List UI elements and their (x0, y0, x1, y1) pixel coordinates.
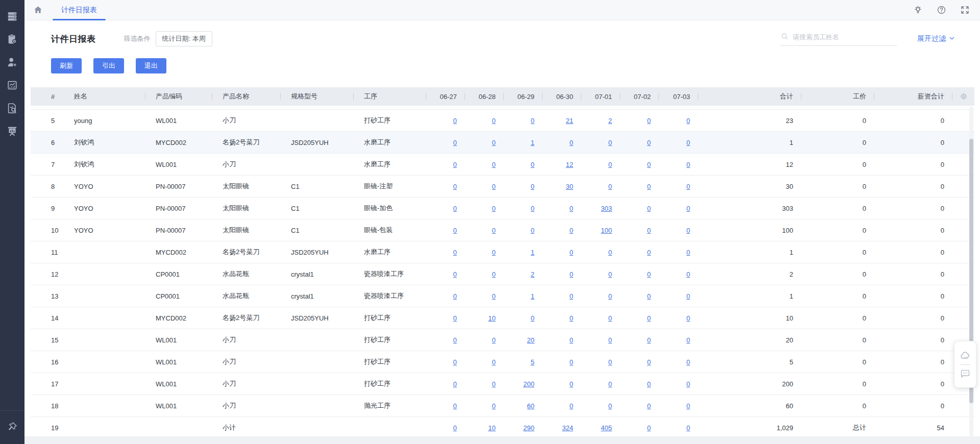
cell-day-06-30-link[interactable]: 0 (570, 336, 573, 344)
cell-day-06-30-link[interactable]: 0 (570, 249, 573, 256)
cell-day-06-28-link[interactable]: 0 (492, 380, 496, 388)
horizontal-scrollbar-track[interactable] (24, 436, 980, 444)
exit-button[interactable]: 退出 (136, 58, 166, 73)
cell-day-06-28-link[interactable]: 0 (492, 117, 496, 125)
cell-day-06-30-link[interactable]: 0 (570, 314, 573, 322)
cell-day-06-30-link[interactable]: 0 (570, 139, 573, 146)
cell-day-06-30-link[interactable]: 0 (570, 292, 573, 300)
cell-day-07-02-link[interactable]: 0 (647, 336, 651, 344)
employee-search-box[interactable] (780, 32, 897, 46)
cell-day-06-28-link[interactable]: 0 (492, 292, 496, 300)
cell-day-07-02-link[interactable]: 0 (647, 402, 651, 410)
cell-day-07-01-link[interactable]: 0 (608, 314, 612, 322)
cell-day-07-02-link[interactable]: 0 (647, 183, 651, 190)
server-rack-icon[interactable] (0, 5, 24, 28)
export-button[interactable]: 引出 (93, 58, 124, 73)
cell-day-07-03-link[interactable]: 0 (687, 424, 690, 432)
cell-day-07-03-link[interactable]: 0 (687, 161, 690, 168)
cell-day-06-29-link[interactable]: 0 (531, 314, 534, 322)
column-settings-gear-icon[interactable] (952, 87, 974, 106)
cell-day-07-02-link[interactable]: 0 (647, 292, 651, 300)
user-settings-icon[interactable] (0, 51, 24, 73)
cell-day-06-29-link[interactable]: 200 (523, 380, 534, 388)
cell-day-06-27-link[interactable]: 0 (453, 227, 457, 234)
cell-day-07-02-link[interactable]: 0 (647, 358, 651, 366)
cell-day-07-02-link[interactable]: 0 (647, 117, 651, 125)
cell-day-07-03-link[interactable]: 0 (687, 139, 690, 146)
cell-day-07-01-link[interactable]: 0 (608, 139, 612, 146)
cell-day-06-27-link[interactable]: 0 (453, 336, 457, 344)
cell-day-07-03-link[interactable]: 0 (687, 117, 690, 125)
cell-day-07-01-link[interactable]: 0 (608, 402, 612, 410)
chat-dots-icon[interactable] (960, 368, 971, 379)
cell-day-07-01-link[interactable]: 2 (608, 117, 612, 125)
cell-day-06-28-link[interactable]: 0 (492, 336, 496, 344)
cell-day-07-03-link[interactable]: 0 (687, 292, 690, 300)
cell-day-07-03-link[interactable]: 0 (687, 336, 690, 344)
cell-day-06-29-link[interactable]: 290 (523, 424, 534, 432)
cell-day-07-01-link[interactable]: 405 (601, 424, 612, 432)
cell-day-06-28-link[interactable]: 0 (492, 358, 496, 366)
cell-day-06-27-link[interactable]: 0 (453, 249, 457, 256)
cell-day-07-02-link[interactable]: 0 (647, 161, 651, 168)
cell-day-06-29-link[interactable]: 5 (531, 358, 534, 366)
home-icon[interactable] (33, 5, 43, 15)
cell-day-06-27-link[interactable]: 0 (453, 117, 457, 125)
fullscreen-icon[interactable] (960, 5, 970, 15)
cell-day-06-27-link[interactable]: 0 (453, 402, 457, 410)
refresh-button[interactable]: 刷新 (51, 58, 82, 73)
cell-day-06-29-link[interactable]: 2 (531, 270, 534, 278)
cell-day-07-03-link[interactable]: 0 (687, 380, 690, 388)
cell-day-06-27-link[interactable]: 0 (453, 314, 457, 322)
cell-day-07-01-link[interactable]: 303 (601, 205, 612, 212)
cell-day-07-03-link[interactable]: 0 (687, 270, 690, 278)
cell-day-07-01-link[interactable]: 0 (608, 270, 612, 278)
cell-day-06-29-link[interactable]: 0 (531, 227, 534, 234)
cell-day-06-27-link[interactable]: 0 (453, 161, 457, 168)
cell-day-07-01-link[interactable]: 0 (608, 380, 612, 388)
clipboard-settings-icon[interactable] (0, 28, 24, 51)
cell-day-06-29-link[interactable]: 1 (531, 139, 534, 146)
help-circle-icon[interactable] (937, 5, 946, 15)
cell-day-06-28-link[interactable]: 0 (492, 183, 496, 190)
cell-day-06-27-link[interactable]: 0 (453, 205, 457, 212)
cell-day-06-28-link[interactable]: 0 (492, 270, 496, 278)
cell-day-06-30-link[interactable]: 21 (566, 117, 573, 125)
cell-day-07-02-link[interactable]: 0 (647, 205, 651, 212)
cell-day-07-03-link[interactable]: 0 (687, 249, 690, 256)
cell-day-06-29-link[interactable]: 0 (531, 205, 534, 212)
cell-day-06-29-link[interactable]: 20 (527, 336, 534, 344)
cell-day-07-01-link[interactable]: 0 (608, 249, 612, 256)
lightbulb-icon[interactable] (913, 5, 923, 15)
cell-day-06-30-link[interactable]: 324 (562, 424, 573, 432)
tab-piecework-daily-report[interactable]: 计件日报表 (53, 0, 106, 20)
cell-day-06-27-link[interactable]: 0 (453, 139, 457, 146)
cell-day-07-02-link[interactable]: 0 (647, 139, 651, 146)
employee-search-input[interactable] (793, 33, 897, 41)
cell-day-06-28-link[interactable]: 0 (492, 139, 496, 146)
cell-day-06-29-link[interactable]: 1 (531, 292, 534, 300)
cloud-icon[interactable] (960, 350, 971, 361)
cell-day-06-27-link[interactable]: 0 (453, 358, 457, 366)
cell-day-07-02-link[interactable]: 0 (647, 314, 651, 322)
cell-day-06-28-link[interactable]: 0 (492, 161, 496, 168)
cell-day-06-29-link[interactable]: 0 (531, 161, 534, 168)
cell-day-06-29-link[interactable]: 0 (531, 117, 534, 125)
cell-day-06-27-link[interactable]: 0 (453, 270, 457, 278)
cell-day-06-30-link[interactable]: 30 (566, 183, 573, 190)
cell-day-07-03-link[interactable]: 0 (687, 183, 690, 190)
report-chart-icon[interactable] (0, 73, 24, 96)
cell-day-06-28-link[interactable]: 10 (488, 314, 496, 322)
document-search-icon[interactable] (0, 96, 24, 119)
cell-day-07-03-link[interactable]: 0 (687, 402, 690, 410)
cell-day-07-02-link[interactable]: 0 (647, 227, 651, 234)
cell-day-07-01-link[interactable]: 0 (608, 161, 612, 168)
filter-tag-stat-date[interactable]: 统计日期: 本周 (156, 31, 212, 46)
cell-day-06-30-link[interactable]: 0 (570, 380, 573, 388)
cell-day-07-01-link[interactable]: 0 (608, 358, 612, 366)
cell-day-06-27-link[interactable]: 0 (453, 424, 457, 432)
cell-day-07-01-link[interactable]: 0 (608, 336, 612, 344)
cell-day-07-03-link[interactable]: 0 (687, 358, 690, 366)
cell-day-07-03-link[interactable]: 0 (687, 227, 690, 234)
cell-day-07-03-link[interactable]: 0 (687, 314, 690, 322)
